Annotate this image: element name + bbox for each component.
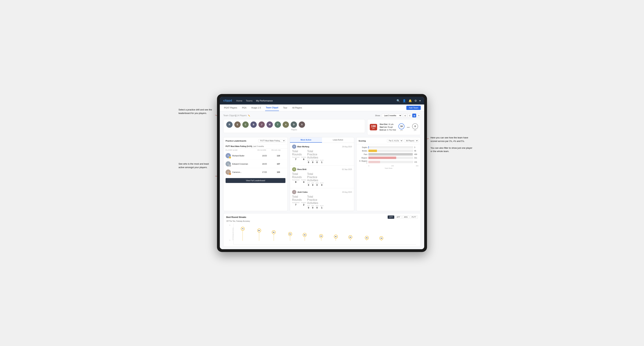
lb-avatar-2: E 2 — [226, 161, 231, 167]
view-icon-filter[interactable]: ⇅ — [417, 114, 421, 117]
leaderboard-row-1[interactable]: R 🥇 Richard Butler 19/20 110 — [224, 152, 288, 160]
player-avatar-8[interactable]: A — [282, 121, 289, 128]
timeline-dot-circle-5: 5x — [303, 233, 306, 237]
leaderboard-row-3[interactable]: C 3 Cameron... 17/20 103 — [224, 168, 288, 176]
total-rounds-label-1: Total Rounds — [292, 150, 306, 156]
timeline-dot-5[interactable]: 5x — [303, 233, 306, 241]
timeline-dot-9[interactable]: 3x — [365, 236, 369, 241]
chart-bar-bogeys — [368, 157, 396, 159]
timeline-dot-line-8 — [350, 239, 350, 241]
timeline-dot-4[interactable]: 5x — [288, 232, 292, 241]
timeline-dot-7[interactable]: 4x — [334, 235, 338, 241]
show-control: Show: Last 3 months Last 6 months Last 1… — [375, 114, 421, 117]
player-avatar-7[interactable]: T — [274, 121, 281, 128]
lb-badge-gold-1: 🥇 — [229, 156, 231, 159]
edit-icon[interactable]: ✏️ — [248, 115, 250, 117]
practice-label-2: Practice — [301, 179, 306, 181]
sub-nav-pgat[interactable]: PGAT Players — [223, 105, 238, 111]
nav-link-teams[interactable]: Teams — [246, 99, 252, 102]
bell-icon[interactable]: 🔔 — [408, 99, 412, 102]
leaderboard-col-headers: PLAYER NAME PB SCORE PB AVG SQ — [224, 149, 288, 152]
tab-most-active[interactable]: Most Active — [290, 137, 322, 143]
timeline-dot-1[interactable]: 7x — [241, 227, 245, 241]
streak-filter-ott[interactable]: OTT — [388, 215, 394, 219]
view-icon-list[interactable]: ☰ — [408, 114, 412, 117]
timeline-dot-circle-6: 4x — [319, 234, 323, 238]
nav-link-home[interactable]: Home — [236, 99, 242, 102]
sub-nav-team-clippd[interactable]: Team Clippd — [265, 105, 279, 111]
view-icon-chart[interactable]: ▦ — [412, 114, 416, 117]
shot-dist-value: 198 — [371, 125, 376, 128]
streak-filter-app[interactable]: APP — [395, 215, 402, 219]
ott-val-1: 0 — [307, 161, 310, 164]
timeline-dot-6[interactable]: 4x — [319, 234, 323, 241]
timeline-dot-circle-9: 3x — [365, 236, 369, 240]
chart-val-dbogeys: 131 — [414, 161, 418, 163]
practice-leaderboards-dropdown[interactable]: PUTT Must Make Putting... — [258, 139, 286, 142]
nav-link-performance[interactable]: My Performance — [256, 99, 273, 102]
player-avatar-2[interactable]: E — [234, 121, 240, 128]
activity-date-2: 02 Sep 2023 — [342, 169, 352, 170]
ott-stat-3: OTT 0 — [307, 205, 310, 209]
sub-nav-pga[interactable]: PGA — [241, 105, 247, 111]
streak-filter-arg[interactable]: ARG — [402, 215, 409, 219]
activity-stat-row-2: Tournament 8 Practice 4 — [292, 179, 306, 183]
player-avatar-6[interactable]: M — [266, 121, 273, 128]
timeline-dot-line-4 — [290, 236, 290, 241]
lb-player-name-3: Cameron... — [232, 171, 242, 173]
player-avatar-10[interactable]: S — [299, 121, 305, 128]
timeline-dot-2[interactable]: 6x — [257, 229, 261, 241]
scoring-title: Scoring — [358, 140, 366, 142]
streak-filter-putt[interactable]: PUTT — [410, 215, 418, 219]
player-avatar-5[interactable]: J — [258, 121, 265, 128]
streaks-filter-buttons: OTT APP ARG PUTT — [388, 215, 418, 219]
player-avatar-9[interactable]: D — [291, 121, 297, 128]
chart-bar-container-pars — [368, 153, 413, 156]
activity-stats-2: Total Rounds Tournament 8 Practice — [292, 173, 352, 186]
total-rounds-label-3: Total Rounds — [292, 195, 306, 201]
person-icon[interactable]: 👤 — [402, 99, 406, 102]
tournament-label-3: Tournament — [292, 202, 300, 203]
view-icon-grid[interactable]: ⊞ — [403, 114, 407, 117]
show-dropdown[interactable]: Last 3 months Last 6 months Last 12 mont… — [382, 114, 402, 117]
sub-nav-all-players[interactable]: All Players — [292, 105, 303, 111]
view-full-leaderboard-button[interactable]: View Full Leaderboard — [226, 178, 286, 183]
player-avatar-1[interactable]: R — [226, 121, 232, 128]
show-label: Show: — [375, 114, 380, 117]
chart-val-eagles: 3 — [414, 147, 418, 148]
annotation-bottom-left: See who is the most and least active amo… — [178, 162, 214, 169]
sub-nav-tour[interactable]: Tour — [282, 105, 288, 111]
search-icon[interactable]: 🔍 — [396, 99, 400, 102]
scoring-filter-players[interactable]: All Players — [404, 139, 418, 142]
total-practice-label-1: Total Practice Activities — [307, 150, 321, 159]
user-menu-icon[interactable]: ▾ — [419, 99, 421, 102]
timeline-dot-8[interactable]: 4x — [348, 235, 352, 241]
practice-val-3: 2 — [301, 203, 306, 206]
timeline-dot-line-3 — [274, 234, 274, 241]
tab-least-active[interactable]: Least Active — [322, 137, 354, 143]
lb-avatar-3: C 3 — [226, 170, 231, 175]
activity-rounds-group-2: Total Rounds Tournament 8 Practice — [292, 173, 306, 186]
player-avatar-4[interactable]: B — [250, 121, 257, 128]
scoring-filter-par[interactable]: Par 3, 4 & 5s — [387, 139, 403, 142]
leaderboard-row-2[interactable]: E 2 Edward Crossman 18/20 107 — [224, 160, 288, 168]
players-section: R E C B J M T A D S Players — [223, 119, 365, 133]
timeline-dot-line-1 — [242, 231, 243, 241]
practice-label-3: Practice — [301, 202, 306, 203]
chart-bar-container-bogeys — [368, 157, 413, 159]
settings-icon[interactable]: ⚙ — [414, 99, 417, 102]
player-avatar-3[interactable]: C — [242, 121, 249, 128]
main-content: Team Clippd | 14 Players ✏️ Show: Last 3… — [220, 111, 424, 249]
app-stat-3: APP 0 — [311, 205, 314, 209]
timeline-dot-10[interactable]: 3x — [380, 236, 383, 241]
activity-card-3: J Josh Coles 26 Aug 2023 Total Rounds — [290, 188, 354, 211]
putt-stat-2: PUTT 0 — [320, 182, 324, 186]
timeline-dot-3[interactable]: 6x — [272, 230, 276, 241]
activity-card-header-3: J Josh Coles 26 Aug 2023 — [292, 190, 352, 194]
chart-label-dbogeys: D. Bogeys + — [358, 160, 367, 164]
add-team-button[interactable]: Add Team — [406, 106, 421, 110]
activity-name-3: Josh Coles — [297, 191, 308, 193]
annotation-top-right: Here you can see how the team have score… — [430, 136, 472, 153]
sub-nav-hcaps[interactable]: Hcaps 1-5 — [250, 105, 262, 111]
arg-val-3: 0 — [316, 206, 318, 209]
